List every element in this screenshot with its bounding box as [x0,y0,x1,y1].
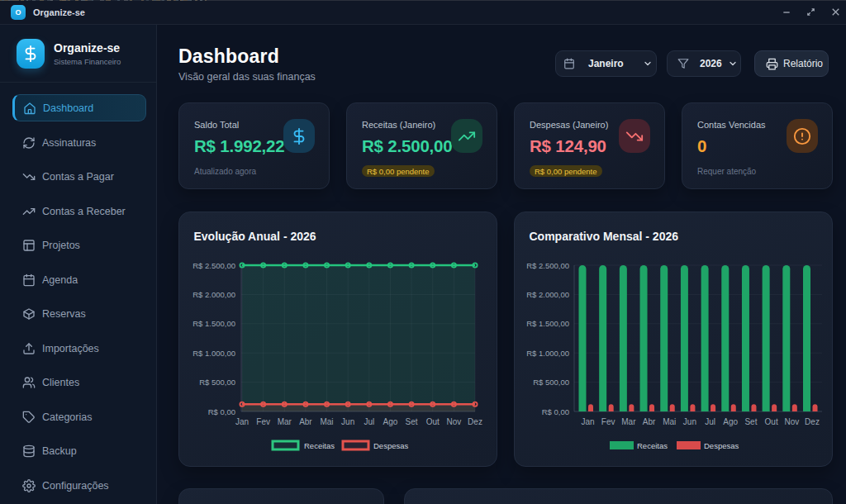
svg-text:Ago: Ago [723,417,738,426]
svg-text:Abr: Abr [299,417,312,426]
svg-text:Out: Out [765,417,778,426]
svg-text:Dez: Dez [805,417,820,426]
svg-text:Jan: Jan [581,417,594,426]
svg-text:Ago: Ago [383,417,398,426]
svg-text:Despesas: Despesas [373,441,408,450]
svg-text:Fev: Fev [256,417,270,426]
svg-text:Set: Set [744,417,757,426]
svg-text:R$ 500,00: R$ 500,00 [533,378,569,387]
svg-text:Mar: Mar [621,417,636,426]
svg-text:Jan: Jan [235,417,249,426]
svg-text:R$ 1.000,00: R$ 1.000,00 [526,349,569,358]
svg-text:Set: Set [406,417,418,426]
svg-text:R$ 2.000,00: R$ 2.000,00 [526,290,569,299]
svg-text:Jul: Jul [364,417,374,426]
svg-text:R$ 2.500,00: R$ 2.500,00 [526,261,569,270]
svg-text:R$ 2.500,00: R$ 2.500,00 [192,261,235,270]
svg-text:R$ 0,00: R$ 0,00 [208,407,235,416]
svg-text:Out: Out [426,417,440,426]
svg-text:Abr: Abr [643,417,656,426]
svg-text:Nov: Nov [446,417,461,426]
svg-text:Nov: Nov [784,417,799,426]
svg-text:Despesas: Despesas [704,441,739,450]
svg-text:R$ 1.000,00: R$ 1.000,00 [192,349,235,358]
svg-text:Mai: Mai [320,417,333,426]
svg-text:Dez: Dez [468,417,482,426]
svg-text:R$ 2.000,00: R$ 2.000,00 [192,290,235,299]
svg-text:Mar: Mar [278,417,292,426]
svg-text:Jul: Jul [705,417,715,426]
svg-text:Jun: Jun [683,417,696,426]
svg-text:R$ 1.500,00: R$ 1.500,00 [192,319,235,328]
svg-text:R$ 0,00: R$ 0,00 [542,407,569,416]
svg-text:Receitas: Receitas [304,441,335,450]
svg-text:Mai: Mai [663,417,676,426]
svg-text:Fev: Fev [601,417,615,426]
svg-text:R$ 1.500,00: R$ 1.500,00 [526,319,569,328]
svg-text:Receitas: Receitas [637,441,668,450]
svg-text:R$ 500,00: R$ 500,00 [199,378,235,387]
svg-text:Jun: Jun [341,417,354,426]
